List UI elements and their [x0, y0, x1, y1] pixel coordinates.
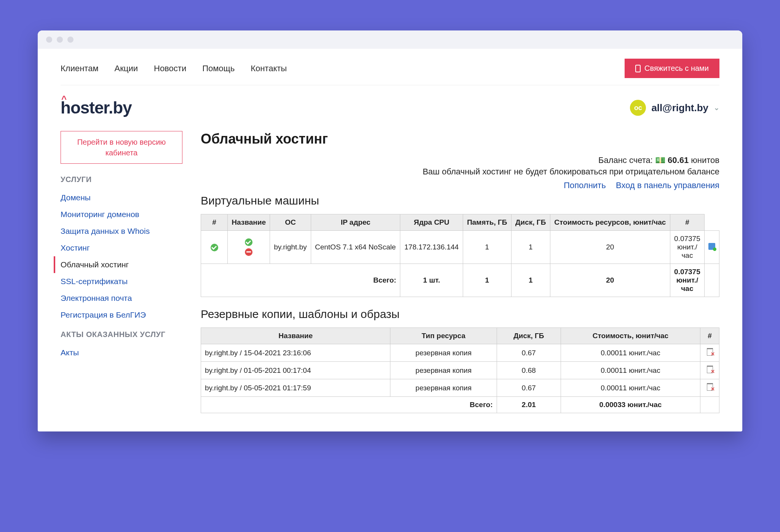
bk-type: резервная копия: [390, 344, 497, 362]
vm-th-idx: #: [201, 214, 228, 231]
bk-name: by.right.by / 01-05-2021 00:17:04: [201, 362, 390, 379]
vm-status-cell: [201, 231, 228, 264]
vm-total-count: 1 шт.: [400, 264, 463, 297]
window-dot: [57, 37, 63, 43]
sidebar-item-ssl[interactable]: SSL-сертификаты: [61, 273, 182, 290]
vm-ip: 178.172.136.144: [400, 231, 463, 264]
vm-th-disk: Диск, ГБ: [511, 214, 550, 231]
panel-link[interactable]: Вход в панель управления: [616, 181, 719, 190]
bk-th-disk: Диск, ГБ: [497, 328, 561, 344]
sidebar-item-belgie[interactable]: Регистрация в БелГИЭ: [61, 307, 182, 323]
stop-icon[interactable]: [245, 248, 253, 256]
bk-disk: 0.68: [497, 362, 561, 379]
contact-button[interactable]: Свяжитесь с нами: [625, 59, 719, 78]
sidebar-item-email[interactable]: Электронная почта: [61, 290, 182, 307]
bk-action: [700, 344, 719, 362]
vm-name: by.right.by: [270, 231, 311, 264]
sidebar-item-acts[interactable]: Акты: [61, 344, 182, 361]
bk-action: [700, 362, 719, 379]
balance-label: Баланс счета:: [598, 155, 653, 165]
titlebar: [38, 30, 742, 49]
window-dot: [46, 37, 52, 43]
vm-total-row: Всего: 1 шт. 1 1 20 0.07375 юнит./час: [201, 264, 719, 297]
balance-unit: юнитов: [691, 155, 719, 165]
nav-link[interactable]: Новости: [154, 64, 186, 73]
top-nav: Клиентам Акции Новости Помощь Контакты С…: [61, 49, 719, 85]
app-window: Клиентам Акции Новости Помощь Контакты С…: [38, 30, 742, 431]
nav-link[interactable]: Контакты: [251, 64, 287, 73]
bk-type: резервная копия: [390, 379, 497, 397]
vm-mem: 1: [511, 231, 550, 264]
bk-cost: 0.00011 юнит./час: [561, 379, 700, 397]
topup-link[interactable]: Пополнить: [564, 181, 606, 190]
vm-cpu: 1: [463, 231, 511, 264]
delete-icon[interactable]: [707, 348, 713, 356]
nav-link[interactable]: Клиентам: [61, 64, 99, 73]
bk-type: резервная копия: [390, 362, 497, 379]
delete-icon[interactable]: [707, 383, 713, 391]
vm-th-os: ОС: [270, 214, 311, 231]
bk-table-header: Название Тип ресурса Диск, ГБ Стоимость,…: [201, 328, 719, 344]
avatar: ос: [630, 100, 646, 116]
vm-action-cell: [704, 231, 719, 264]
sidebar-item-hosting[interactable]: Хостинг: [61, 240, 182, 256]
vm-os: CentOS 7.1 x64 NoScale: [311, 231, 400, 264]
vm-th-name: Название: [228, 214, 270, 231]
vm-total-disk: 20: [550, 264, 670, 297]
header: ^ hoster.by ос all@right.by ⌄: [61, 85, 719, 121]
bk-total-empty: [700, 397, 719, 413]
page-title: Облачный хостинг: [201, 131, 719, 147]
vm-total-label: Всего:: [201, 264, 400, 297]
money-icon: 💵: [655, 155, 665, 165]
phone-icon: [635, 65, 641, 72]
sidebar-item-monitoring[interactable]: Мониторинг доменов: [61, 206, 182, 223]
vm-table-row: by.right.by CentOS 7.1 x64 NoScale 178.1…: [201, 231, 719, 264]
logo[interactable]: ^ hoster.by: [61, 98, 132, 117]
delete-icon[interactable]: [707, 366, 713, 373]
vm-controls-cell: [228, 231, 270, 264]
sidebar-item-domains[interactable]: Домены: [61, 189, 182, 206]
vm-total-empty: [704, 264, 719, 297]
vm-total-cpu: 1: [463, 264, 511, 297]
bk-disk: 0.67: [497, 344, 561, 362]
nav-link[interactable]: Помощь: [202, 64, 235, 73]
balance-line: Баланс счета: 💵 60.61 юнитов: [201, 155, 719, 165]
user-email: all@right.by: [651, 102, 708, 114]
vm-th-action: #: [670, 214, 705, 231]
bk-heading: Резервные копии, шаблоны и образы: [201, 308, 719, 321]
bk-total-disk: 2.01: [497, 397, 561, 413]
sidebar: Перейти в новую версию кабинета УСЛУГИ Д…: [61, 131, 182, 416]
sidebar-heading-acts: АКТЫ ОКАЗАННЫХ УСЛУГ: [61, 330, 182, 339]
bk-name: by.right.by / 05-05-2021 01:17:59: [201, 379, 390, 397]
logo-caret-icon: ^: [61, 94, 66, 104]
main-content: Облачный хостинг Баланс счета: 💵 60.61 ю…: [201, 131, 719, 416]
contact-button-label: Свяжитесь с нами: [644, 64, 709, 73]
disk-save-icon[interactable]: [708, 243, 715, 250]
bk-total-label: Всего:: [201, 397, 497, 413]
backup-table-row: by.right.by / 05-05-2021 01:17:59 резерв…: [201, 379, 719, 397]
nav-link[interactable]: Акции: [115, 64, 138, 73]
action-links: Пополнить Вход в панель управления: [201, 181, 719, 190]
backup-table-row: by.right.by / 01-05-2021 00:17:04 резерв…: [201, 362, 719, 379]
vm-cost: 0.07375 юнит./час: [670, 231, 705, 264]
bk-th-name: Название: [201, 328, 390, 344]
sidebar-item-whois[interactable]: Защита данных в Whois: [61, 223, 182, 240]
bk-th-cost: Стоимость, юнит/час: [561, 328, 700, 344]
backup-table-row: by.right.by / 15-04-2021 23:16:06 резерв…: [201, 344, 719, 362]
vm-table-header: # Название ОС IP адрес Ядра CPU Память, …: [201, 214, 719, 231]
sidebar-item-cloud-hosting[interactable]: Облачный хостинг: [54, 256, 182, 273]
bk-cost: 0.00011 юнит./час: [561, 362, 700, 379]
backup-table: Название Тип ресурса Диск, ГБ Стоимость,…: [201, 328, 719, 413]
bk-th-type: Тип ресурса: [390, 328, 497, 344]
user-menu[interactable]: ос all@right.by ⌄: [630, 100, 719, 116]
sidebar-heading-services: УСЛУГИ: [61, 175, 182, 184]
status-ok-icon: [211, 244, 218, 251]
bk-name: by.right.by / 15-04-2021 23:16:06: [201, 344, 390, 362]
vm-total-mem: 1: [511, 264, 550, 297]
start-icon[interactable]: [245, 238, 253, 246]
new-version-button[interactable]: Перейти в новую версию кабинета: [61, 131, 182, 164]
chevron-down-icon: ⌄: [714, 104, 719, 112]
logo-text: hoster.by: [61, 98, 132, 117]
status-line: Ваш облачный хостинг не будет блокироват…: [201, 167, 719, 177]
bk-total-row: Всего: 2.01 0.00033 юнит./час: [201, 397, 719, 413]
